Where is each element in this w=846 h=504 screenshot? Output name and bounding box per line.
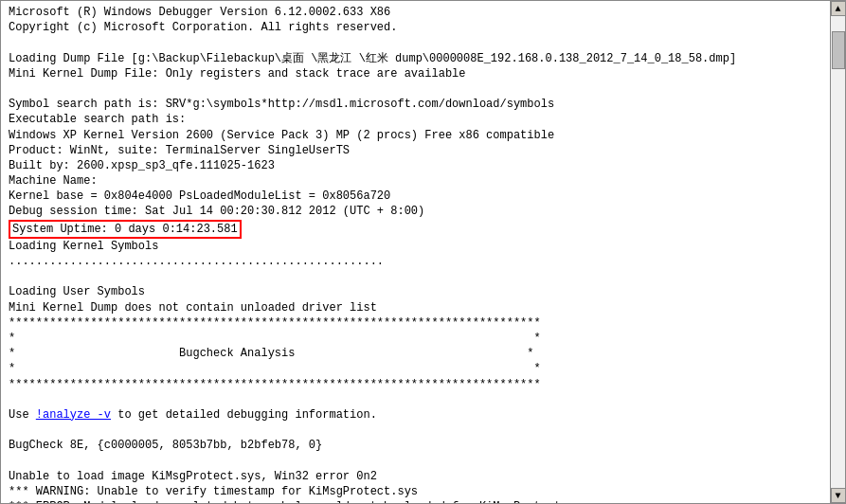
scrollbar-down-button[interactable]: ▼ xyxy=(831,488,846,503)
output-line: Mini Kernel Dump File: Only registers an… xyxy=(9,67,465,81)
output-line: Built by: 2600.xpsp_sp3_qfe.111025-1623 xyxy=(9,159,275,172)
highlighted-uptime-line: System Uptime: 0 days 0:14:23.581 xyxy=(9,223,242,236)
output-line: Machine Name: xyxy=(9,174,98,188)
output-line: * * xyxy=(9,362,541,375)
output-line: *** WARNING: Unable to verify timestamp … xyxy=(9,485,418,498)
output-line: Kernel base = 0x804e4000 PsLoadedModuleL… xyxy=(9,189,390,203)
debugger-output[interactable]: Microsoft (R) Windows Debugger Version 6… xyxy=(1,1,845,503)
output-line: Executable search path is: xyxy=(9,113,186,126)
output-line: BugCheck 8E, {c0000005, 8053b7bb, b2bfeb… xyxy=(9,439,322,452)
output-line: Loading User Symbols xyxy=(9,285,145,298)
content-wrapper: Microsoft (R) Windows Debugger Version 6… xyxy=(1,1,845,503)
scrollbar[interactable]: ▲ ▼ xyxy=(830,1,845,503)
output-line: ****************************************… xyxy=(9,378,541,391)
output-line: * Bugcheck Analysis * xyxy=(9,347,534,360)
output-line: Loading Kernel Symbols xyxy=(9,240,158,253)
output-line: Microsoft (R) Windows Debugger Version 6… xyxy=(9,6,390,19)
output-line: *** ERROR: Module load completed but sym… xyxy=(9,500,588,503)
output-line: Copyright (c) Microsoft Corporation. All… xyxy=(9,21,397,34)
output-line: Use !analyze -v to get detailed debuggin… xyxy=(9,408,377,422)
output-line: ........................................… xyxy=(9,255,384,268)
output-line: Product: WinNt, suite: TerminalServer Si… xyxy=(9,144,350,157)
scrollbar-up-button[interactable]: ▲ xyxy=(831,1,846,16)
output-line: * * xyxy=(9,332,541,345)
output-line: Symbol search path is: SRV*g:\symbols*ht… xyxy=(9,98,554,111)
scrollbar-thumb[interactable] xyxy=(832,31,845,69)
output-line: Mini Kernel Dump does not contain unload… xyxy=(9,301,377,315)
analyze-link[interactable]: !analyze -v xyxy=(36,408,111,422)
debugger-window: Microsoft (R) Windows Debugger Version 6… xyxy=(0,0,846,504)
output-line: Unable to load image KiMsgProtect.sys, W… xyxy=(9,470,377,483)
output-line: Debug session time: Sat Jul 14 00:20:30.… xyxy=(9,205,424,218)
output-line: Loading Dump File [g:\Backup\Filebackup\… xyxy=(9,52,736,65)
output-line: Windows XP Kernel Version 2600 (Service … xyxy=(9,129,554,142)
output-line: ****************************************… xyxy=(9,316,541,330)
